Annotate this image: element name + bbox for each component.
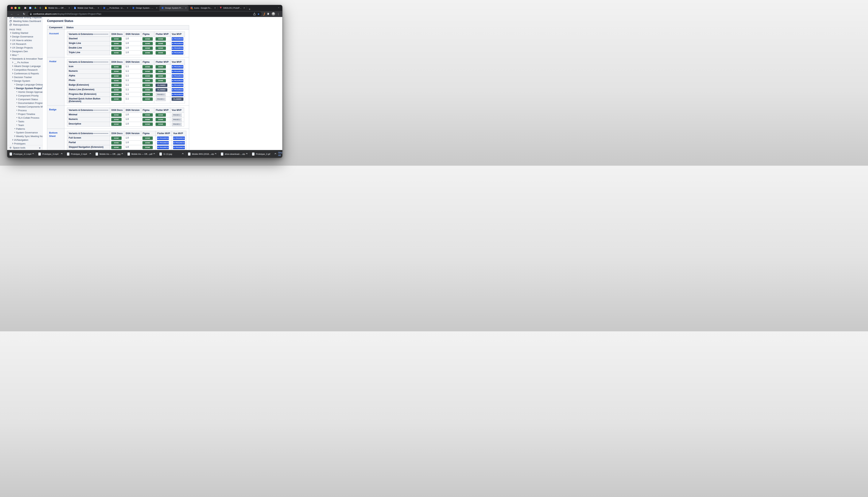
chevron-right-icon[interactable]	[15, 99, 18, 100]
download-item[interactable]: Mobile Iris — Off....jpg	[93, 150, 125, 158]
close-tab-icon[interactable]: ✕	[213, 7, 217, 9]
sidebar-item-team[interactable]: •Team	[7, 123, 43, 127]
chevron-down-icon[interactable]	[13, 87, 16, 89]
chevron-right-icon[interactable]	[10, 51, 12, 52]
close-tab-icon[interactable]: ✕	[184, 7, 187, 9]
share-icon[interactable]	[253, 13, 256, 15]
profile-avatar[interactable]	[272, 12, 275, 16]
download-item[interactable]: drive-download-....zip	[218, 150, 250, 158]
pinned-tab-slack-icon[interactable]	[38, 5, 43, 11]
sidebar-item-decision-tracker[interactable]: Decision Tracker	[7, 75, 43, 79]
sidebar-item-sla-collab-process[interactable]: •SLA Collab Process	[7, 116, 43, 119]
sidebar-item-ux-research[interactable]: UX Research	[7, 42, 43, 46]
chevron-right-icon[interactable]	[12, 69, 14, 70]
sidebar-item-system-governance[interactable]: •System Governance	[7, 131, 43, 134]
sidebar-resize-handle[interactable]	[42, 85, 43, 88]
sidebar-item-documentation-progress-s[interactable]: •Documentation Progress & S	[7, 101, 43, 105]
sidebar-item-standards-innovation-team[interactable]: Standards & Innovation Team	[7, 57, 43, 60]
component-link-badge[interactable]: Badge	[49, 108, 56, 111]
download-item[interactable]: Mobile Iris — Off....pdf	[125, 150, 157, 158]
zoom-window-button[interactable]	[18, 7, 20, 9]
sidebar-item-ux-design-projects[interactable]: UX Design Projects	[7, 46, 43, 49]
address-bar[interactable]: confluence.alkami.com/display/DSN/Design…	[28, 12, 262, 16]
chevron-up-icon[interactable]	[153, 153, 155, 155]
close-tab-icon[interactable]: ✕	[97, 7, 100, 9]
chevron-right-icon[interactable]	[10, 32, 12, 33]
chevron-up-icon[interactable]	[61, 153, 63, 155]
extensions-puzzle-icon[interactable]	[267, 13, 270, 15]
browser-tab-7[interactable]: DAOLOS | ProtoPie Cloud✕	[218, 5, 247, 11]
chevron-right-icon[interactable]	[12, 139, 14, 141]
sidebar-item-project-timeline[interactable]: •Project Timeline	[7, 112, 43, 116]
sidebar-link-retrospectives[interactable]: Retrospectives	[7, 23, 43, 27]
sidebar-item-component-priority[interactable]: Component Priority	[7, 94, 43, 97]
reload-button[interactable]: ↻	[21, 13, 27, 15]
sidebar-item-patterns[interactable]: •Patterns	[7, 127, 43, 131]
sidebar-item-alkami-design-language[interactable]: Alkami Design Language	[7, 64, 43, 68]
chevron-right-icon[interactable]	[12, 73, 14, 74]
close-tab-icon[interactable]: ✕	[243, 7, 246, 9]
chevron-up-icon[interactable]	[32, 153, 34, 155]
chevron-up-icon[interactable]	[182, 153, 184, 155]
sidebar-item-designers-den[interactable]: Designers Den	[7, 49, 43, 53]
sidebar-item-nested-components-map[interactable]: •Nested Components Map	[7, 105, 43, 109]
forward-button[interactable]: →	[15, 13, 21, 15]
sidebar-item-design-governance[interactable]: Design Governance	[7, 35, 43, 38]
chevron-right-icon[interactable]	[12, 62, 14, 63]
download-item[interactable]: Prototype_4.1.mp4	[7, 150, 36, 158]
minimize-window-button[interactable]	[14, 7, 17, 9]
show-all-downloads-link[interactable]: Show All	[278, 152, 282, 157]
browser-tab-6[interactable]: Icons - Google Fonts✕	[188, 5, 218, 11]
sidebar-item-conferences-reports[interactable]: Conferences & Reports	[7, 72, 43, 75]
component-link-account[interactable]: Account	[49, 32, 59, 35]
collapse-sidebar-button[interactable]: «	[39, 146, 40, 149]
close-window-button[interactable]	[11, 7, 13, 9]
chevron-right-icon[interactable]	[10, 40, 12, 41]
sidebar-item-misc-[interactable]: Misc *	[7, 53, 43, 57]
browser-tab-2[interactable]: Mobile User Testing — Client C✕	[72, 5, 101, 11]
pinned-tab-gmail-icon[interactable]	[23, 5, 28, 11]
sidebar-item-getting-started[interactable]: Getting Started	[7, 31, 43, 35]
chevron-right-icon[interactable]	[10, 43, 12, 45]
close-tab-icon[interactable]: ✕	[68, 7, 71, 9]
sidebar-item-atomic-design-approach[interactable]: •Atomic Design Approach	[7, 90, 43, 94]
sidebar-link-meeting-notes-dashboard[interactable]: Meeting Notes Dashboard	[7, 19, 43, 23]
sidebar-item-component-status[interactable]: Component Status	[7, 97, 43, 101]
sidebar-item-ia-navigation[interactable]: IA/Navigation	[7, 138, 43, 142]
chevron-up-icon[interactable]	[215, 153, 217, 155]
sidebar-item-design-language-onboarding[interactable]: •Design Language Onboarding	[7, 83, 43, 86]
chevron-right-icon[interactable]	[13, 136, 16, 137]
browser-tab-3[interactable]: __ Px Archive - UX Design Tea✕	[101, 5, 130, 11]
close-tab-icon[interactable]: ✕	[126, 7, 129, 9]
sidebar-item-tasks[interactable]: •Tasks	[7, 119, 43, 123]
sidebar-item-ux-how-to-articles[interactable]: UX How-to articles	[7, 38, 43, 42]
component-link-avatar[interactable]: Avatar	[49, 60, 56, 63]
sidebar-link-technical-writing-playbook[interactable]: Technical Writing Playbook	[7, 17, 43, 19]
chevron-up-icon[interactable]	[89, 153, 91, 155]
chevron-down-icon[interactable]	[12, 80, 14, 82]
browser-tab-4[interactable]: Design System - UX Design Te✕	[130, 5, 159, 11]
sidebar-item--px-archive[interactable]: __ Px Archive	[7, 60, 43, 64]
chevron-right-icon[interactable]	[15, 95, 18, 96]
download-item[interactable]: 11 (1).jpg	[157, 150, 186, 158]
browser-tab-5-active[interactable]: Design System Project Plan - U✕	[159, 5, 188, 11]
hook-extension-icon[interactable]: J	[263, 13, 265, 15]
component-link-bottom-sheet[interactable]: Bottom Sheet	[49, 131, 58, 138]
close-tab-icon[interactable]: ✕	[155, 7, 158, 9]
back-button[interactable]: ←	[9, 13, 15, 15]
chevron-up-icon[interactable]	[121, 153, 123, 155]
pinned-tab-google-drive-icon[interactable]	[33, 5, 38, 11]
browser-tab-1[interactable]: Mobile Iris — Off Site Day - Go✕	[43, 5, 72, 11]
chevron-right-icon[interactable]	[10, 36, 12, 37]
kebab-menu-icon[interactable]: ⋮	[277, 13, 280, 15]
sidebar-item-prototypes[interactable]: Prototypes	[7, 142, 43, 145]
sidebar-item-competitive-research[interactable]: Competitive Research	[7, 68, 43, 72]
sidebar-item-process[interactable]: •Process	[7, 109, 43, 112]
chevron-right-icon[interactable]	[10, 54, 12, 56]
download-item[interactable]: Prototype_2.mp4	[65, 150, 93, 158]
download-item[interactable]: Mobile IRIS (2018....zip	[186, 150, 219, 158]
chevron-right-icon[interactable]	[10, 47, 12, 48]
download-item[interactable]: Prototype_2.gif	[250, 150, 278, 158]
chevron-up-icon[interactable]	[246, 153, 247, 155]
chevron-right-icon[interactable]	[12, 76, 14, 78]
